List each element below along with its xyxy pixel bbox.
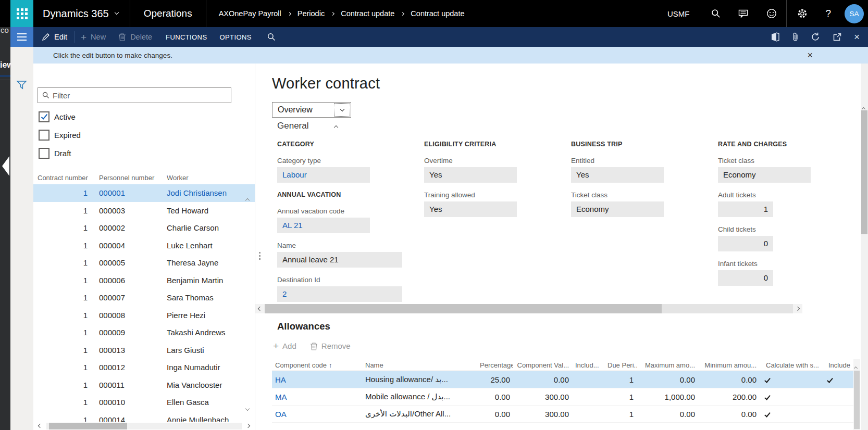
table-row[interactable]: 1 000003 Ted Howard — [33, 202, 255, 220]
grid-column-header[interactable]: Component Val... — [513, 361, 572, 369]
scroll-down-icon[interactable] — [246, 403, 249, 412]
category-type-field[interactable]: Labour — [277, 167, 370, 183]
annual-vacation-code-field[interactable]: AL 21 — [277, 218, 370, 233]
list-horizontal-scrollbar[interactable] — [33, 422, 255, 430]
table-row[interactable]: 1 000012 Inga Numadutir — [33, 359, 255, 376]
breadcrumb-item[interactable]: Contract update — [341, 9, 394, 18]
name-field[interactable]: Annual leave 21 — [277, 252, 402, 268]
breadcrumb-item[interactable]: Contract update — [411, 9, 464, 18]
scroll-right-icon[interactable] — [793, 307, 802, 310]
entitled-field[interactable]: Yes — [571, 167, 664, 183]
delete-button[interactable]: Delete — [118, 33, 152, 41]
checkbox-unchecked[interactable] — [39, 148, 49, 159]
chevron-down-icon[interactable] — [334, 103, 350, 117]
allowance-row[interactable]: HA Housing allowance/ بد... 25.00 0.00 1… — [272, 371, 853, 388]
form-horizontal-scrollbar[interactable] — [255, 304, 802, 313]
overtime-field[interactable]: Yes — [424, 167, 517, 183]
refresh-icon[interactable] — [811, 32, 820, 42]
table-row[interactable]: 1 000005 Theresa Jayne — [33, 254, 255, 272]
filter-checkbox-expired[interactable]: Expired — [39, 129, 81, 141]
filter-checkbox-active[interactable]: Active — [39, 110, 81, 123]
avatar[interactable]: SA — [845, 4, 864, 23]
allowance-row[interactable]: MA Mobile allowance / بدل... 0.00 300.00… — [272, 388, 853, 406]
view-selector-dropdown[interactable]: Overview — [272, 102, 351, 118]
grid-column-header[interactable]: Include — [822, 361, 853, 369]
table-row[interactable]: 1 000008 Pierre Hezi — [33, 307, 255, 324]
scroll-left-icon[interactable] — [255, 307, 265, 310]
cell-component-code[interactable]: HA — [272, 375, 362, 384]
message-feedback-icon[interactable] — [738, 9, 749, 18]
hamburger-menu-button[interactable] — [10, 27, 33, 47]
ticket-class-field[interactable]: Economy — [571, 201, 664, 217]
column-header-contract-number[interactable]: Contract number — [38, 174, 88, 182]
app-launcher-button[interactable] — [10, 0, 33, 27]
destination-id-field[interactable]: 2 — [277, 286, 402, 302]
pop-out-icon[interactable] — [833, 33, 841, 42]
column-header-personnel-number[interactable]: Personnel number — [99, 174, 166, 182]
settings-gear-icon[interactable] — [797, 8, 808, 19]
close-icon[interactable]: × — [854, 33, 860, 41]
page-vertical-scrollbar[interactable] — [861, 64, 868, 430]
add-button[interactable]: + Add — [273, 342, 296, 350]
table-row[interactable]: 1 000006 Benjamin Martin — [33, 272, 255, 289]
scrollbar-track[interactable] — [265, 304, 793, 313]
grid-column-header[interactable]: Component code↑ — [272, 361, 362, 369]
training-allowed-field[interactable]: Yes — [424, 201, 517, 217]
filter-funnel-icon[interactable] — [16, 80, 27, 90]
adult-tickets-field[interactable]: 1 — [718, 201, 773, 217]
options-menu-button[interactable]: OPTIONS — [219, 33, 251, 41]
child-tickets-field[interactable]: 0 — [718, 236, 773, 251]
grid-column-header[interactable]: Maximum amo... — [637, 361, 698, 369]
grid-column-header[interactable]: Percentage — [477, 361, 513, 369]
rate-ticket-class-field[interactable]: Economy — [718, 167, 811, 183]
smiley-feedback-icon[interactable] — [766, 8, 777, 19]
table-row[interactable]: 1 000002 Charlie Carson — [33, 219, 255, 237]
filter-checkbox-draft[interactable]: Draft — [39, 147, 81, 159]
allowances-vertical-scrollbar[interactable] — [853, 359, 860, 430]
office-logo-icon[interactable] — [771, 32, 780, 42]
company-selector[interactable]: USMF — [667, 9, 690, 18]
table-row[interactable]: 1 000013 Lars Giusti — [33, 342, 255, 359]
breadcrumb-item[interactable]: AXOnePay Payroll — [219, 9, 281, 18]
grid-column-header[interactable]: Minimum amou... — [698, 361, 760, 369]
grid-column-header[interactable]: Name — [362, 361, 477, 369]
grid-column-header[interactable]: Calculate with s... — [760, 361, 822, 369]
scroll-left-icon[interactable] — [38, 424, 42, 428]
infant-tickets-field[interactable]: 0 — [718, 270, 773, 286]
allowance-row[interactable]: OA البدلات الأخرى/Other All... 0.00 300.… — [272, 406, 853, 423]
scroll-up-icon[interactable] — [246, 195, 249, 204]
panel-splitter-handle[interactable] — [259, 252, 261, 254]
attachment-paperclip-icon[interactable] — [792, 32, 798, 42]
scrollbar-thumb[interactable] — [861, 110, 867, 234]
cell-component-code[interactable]: MA — [272, 393, 362, 401]
table-row[interactable]: 1 000011 Mia Vanclooster — [33, 376, 255, 394]
new-button[interactable]: + New — [81, 33, 106, 41]
grid-column-header[interactable]: Includ... — [572, 361, 604, 369]
remove-button[interactable]: Remove — [310, 342, 351, 350]
search-icon[interactable] — [711, 9, 721, 18]
collapse-pane-arrow-icon[interactable] — [2, 156, 9, 176]
scrollbar-thumb[interactable] — [854, 371, 860, 429]
cell-component-code[interactable]: OA — [272, 410, 362, 419]
table-row[interactable]: 1 000009 Takashi Andrews — [33, 324, 255, 342]
general-section-toggle[interactable]: General — [277, 121, 338, 131]
functions-menu-button[interactable]: FUNCTIONS — [166, 33, 207, 41]
grid-column-header[interactable]: Due Peri... — [604, 361, 637, 369]
help-icon[interactable]: ? — [825, 8, 831, 19]
scrollbar-thumb[interactable] — [49, 423, 127, 429]
scrollbar-track[interactable] — [46, 423, 242, 429]
edit-button[interactable]: Edit — [42, 33, 67, 41]
breadcrumb-item[interactable]: Periodic — [297, 9, 325, 18]
table-row[interactable]: 1 000010 Ellen Gasca — [33, 394, 255, 411]
notification-close-icon[interactable]: × — [807, 50, 813, 61]
scrollbar-thumb[interactable] — [265, 304, 662, 313]
table-row[interactable]: 1 000001 Jodi Christiansen — [33, 184, 255, 202]
scroll-right-icon[interactable] — [246, 424, 250, 428]
table-row[interactable]: 1 000004 Luke Lenhart — [33, 237, 255, 255]
column-header-worker[interactable]: Worker — [167, 174, 249, 182]
table-row[interactable]: 1 000007 Sara Thomas — [33, 289, 255, 307]
search-icon[interactable] — [267, 33, 276, 41]
checkbox-checked[interactable] — [39, 111, 49, 122]
filter-input[interactable] — [53, 91, 231, 100]
checkbox-unchecked[interactable] — [39, 130, 49, 141]
